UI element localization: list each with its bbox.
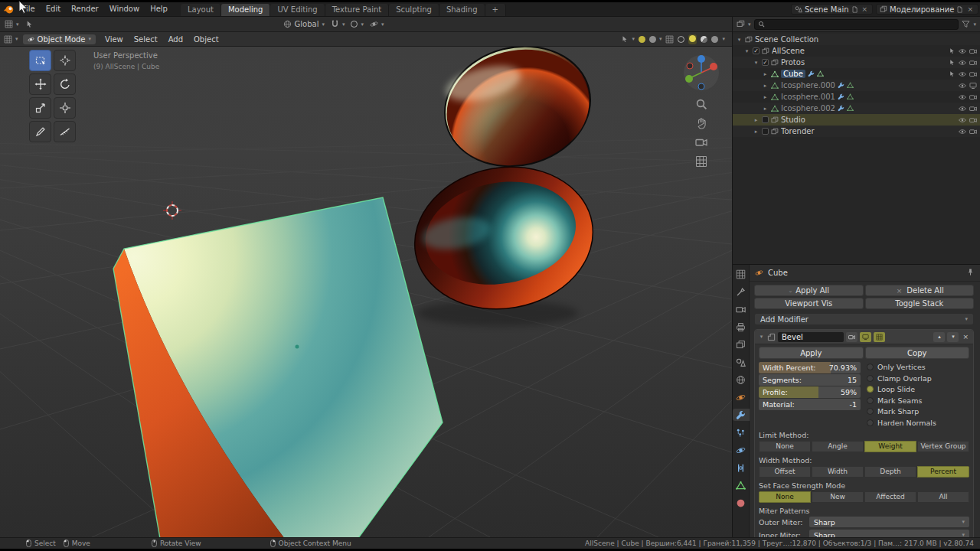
clamp-overlap-checkbox[interactable]: Clamp Overlap bbox=[867, 374, 969, 383]
limit-angle-button[interactable]: Angle bbox=[812, 441, 864, 452]
render-visibility-icon[interactable] bbox=[969, 105, 977, 112]
breadcrumb-object-name[interactable]: Cube bbox=[768, 269, 788, 277]
face-strength-all-button[interactable]: All bbox=[917, 491, 969, 503]
tool-move[interactable] bbox=[29, 73, 51, 95]
tab-particles[interactable] bbox=[733, 426, 750, 439]
xray-toggle-icon[interactable] bbox=[665, 35, 674, 44]
delete-all-button[interactable]: ×Delete All bbox=[865, 285, 975, 296]
workspace-tab-texture-paint[interactable]: Texture Paint bbox=[325, 4, 390, 16]
shading-solid-active[interactable] bbox=[688, 34, 697, 44]
screen-icon[interactable] bbox=[969, 82, 977, 90]
workspace-tab-shading[interactable]: Shading bbox=[439, 4, 485, 16]
workspace-add-tab[interactable]: + bbox=[485, 4, 506, 16]
face-strength-affected-button[interactable]: Affected bbox=[864, 491, 916, 503]
viewport-menu-view[interactable]: View bbox=[100, 35, 128, 44]
mesh-data-icon[interactable] bbox=[847, 93, 854, 100]
snap-dropdown[interactable]: ▾ bbox=[331, 20, 345, 28]
tab-world[interactable] bbox=[733, 373, 750, 386]
editor-type-button[interactable]: ▾ bbox=[5, 20, 19, 28]
eye-icon[interactable] bbox=[959, 70, 966, 78]
tool-scale[interactable] bbox=[29, 97, 51, 119]
outer-miter-dropdown[interactable]: Sharp▾ bbox=[809, 517, 969, 527]
outliner-row-allscene[interactable]: ▾✓ AllScene bbox=[733, 45, 980, 57]
eye-icon[interactable] bbox=[959, 105, 966, 112]
mesh-data-icon[interactable] bbox=[817, 70, 824, 77]
tab-constraints[interactable] bbox=[733, 461, 750, 474]
tab-object[interactable] bbox=[733, 391, 750, 403]
workspace-tab-sculpting[interactable]: Sculpting bbox=[389, 4, 439, 16]
workspace-tab-layout[interactable]: Layout bbox=[181, 4, 221, 16]
face-strength-none-button[interactable]: None bbox=[759, 491, 811, 503]
outliner-row-protos[interactable]: ▾✓ Protos bbox=[733, 57, 980, 68]
close-modifier-icon[interactable]: × bbox=[961, 333, 970, 341]
render-visibility-icon[interactable] bbox=[969, 59, 977, 67]
outliner-row-cube[interactable]: ▸ Cube bbox=[733, 68, 980, 80]
selectable-icon[interactable] bbox=[949, 47, 956, 54]
tool-rotate[interactable] bbox=[54, 73, 76, 95]
tab-output[interactable] bbox=[733, 321, 750, 333]
mode-dropdown[interactable]: Object Mode ▾ bbox=[23, 34, 96, 44]
viewport-menu-object[interactable]: Object bbox=[189, 35, 224, 44]
eye-icon[interactable] bbox=[959, 93, 966, 101]
outliner-row-scene-collection[interactable]: ▾ Scene Collection bbox=[733, 34, 980, 45]
add-modifier-dropdown[interactable]: Add Modifier▾ bbox=[754, 313, 974, 325]
eye-icon[interactable] bbox=[959, 59, 966, 67]
segments-field[interactable]: Segments: 15 bbox=[759, 374, 861, 386]
transform-orientation-dropdown[interactable]: Global ▾ bbox=[283, 20, 325, 28]
menu-render[interactable]: Render bbox=[66, 2, 104, 16]
outliner-row-icosphere-000[interactable]: ▸ Icosphere.000 bbox=[733, 80, 980, 91]
tab-modifiers[interactable] bbox=[733, 409, 750, 421]
harden-normals-checkbox[interactable]: Harden Normals bbox=[867, 419, 969, 427]
collection-checkbox[interactable]: ✓ bbox=[753, 47, 760, 54]
viewport-canvas[interactable] bbox=[0, 47, 732, 537]
eye-icon[interactable] bbox=[959, 116, 966, 124]
render-visibility-icon[interactable] bbox=[969, 128, 977, 135]
perspective-toggle-icon[interactable] bbox=[695, 155, 707, 168]
zoom-icon[interactable] bbox=[695, 98, 707, 110]
collection-checkbox[interactable] bbox=[762, 116, 769, 123]
collection-checkbox[interactable]: ✓ bbox=[762, 59, 769, 66]
shading-rendered-icon[interactable] bbox=[711, 36, 718, 43]
modifier-wrench-icon[interactable] bbox=[838, 82, 844, 89]
workspace-tab-uv-editing[interactable]: UV Editing bbox=[270, 4, 325, 16]
render-visibility-icon[interactable] bbox=[969, 116, 977, 124]
viewport-editor-type-button[interactable]: ▾ bbox=[4, 35, 18, 44]
face-strength-new-button[interactable]: New bbox=[812, 491, 864, 503]
proportional-editing-toggle[interactable]: ▾ bbox=[351, 21, 364, 28]
menu-edit[interactable]: Edit bbox=[41, 2, 66, 16]
selectable-icon[interactable] bbox=[949, 70, 956, 77]
tool-measure[interactable] bbox=[54, 121, 76, 142]
tab-tool[interactable] bbox=[733, 285, 750, 298]
tool-transform[interactable] bbox=[54, 97, 76, 119]
outliner-row-torender[interactable]: ▸ Torender bbox=[733, 126, 980, 137]
loop-slide-checkbox[interactable]: Loop Slide bbox=[867, 385, 969, 393]
delete-scene-icon[interactable]: × bbox=[861, 5, 870, 13]
outliner-row-studio[interactable]: ▸ Studio bbox=[733, 114, 980, 126]
outliner-row-icosphere-001[interactable]: ▸ Icosphere.001 bbox=[733, 91, 980, 103]
menu-window[interactable]: Window bbox=[104, 2, 145, 16]
shading-wireframe-icon[interactable] bbox=[678, 36, 684, 43]
eye-icon[interactable] bbox=[959, 128, 966, 135]
workspace-tab-modeling[interactable]: Modeling bbox=[221, 4, 271, 16]
outliner-display-mode[interactable]: ▾ bbox=[737, 20, 751, 28]
limit-vertex-group-button[interactable]: Vertex Group bbox=[917, 441, 969, 452]
new-scene-icon[interactable] bbox=[851, 6, 858, 13]
scene-selector[interactable]: Scene Main × bbox=[791, 4, 873, 15]
material-field[interactable]: Material: -1 bbox=[759, 399, 861, 410]
collection-checkbox[interactable] bbox=[762, 128, 769, 135]
eye-icon[interactable] bbox=[959, 47, 966, 55]
tool-cursor[interactable] bbox=[54, 50, 76, 71]
inner-miter-dropdown[interactable]: Sharp▾ bbox=[809, 530, 969, 537]
outliner-filter-dropdown[interactable]: ▾ bbox=[973, 21, 976, 28]
mark-seams-checkbox[interactable]: Mark Seams bbox=[867, 396, 969, 405]
view-layer-selector[interactable]: Моделирование × bbox=[876, 4, 978, 15]
overlays-dropdown[interactable]: ▾ bbox=[649, 36, 662, 43]
blender-logo-icon[interactable] bbox=[0, 2, 17, 16]
render-visibility-icon[interactable] bbox=[969, 47, 977, 55]
expand-icon[interactable]: ▾ bbox=[758, 334, 765, 340]
tab-render[interactable] bbox=[733, 303, 750, 315]
realtime-toggle[interactable] bbox=[860, 332, 871, 342]
mesh-data-icon[interactable] bbox=[847, 82, 854, 89]
move-up-button[interactable]: ▴ bbox=[933, 332, 945, 342]
width-width-button[interactable]: Width bbox=[812, 466, 864, 478]
